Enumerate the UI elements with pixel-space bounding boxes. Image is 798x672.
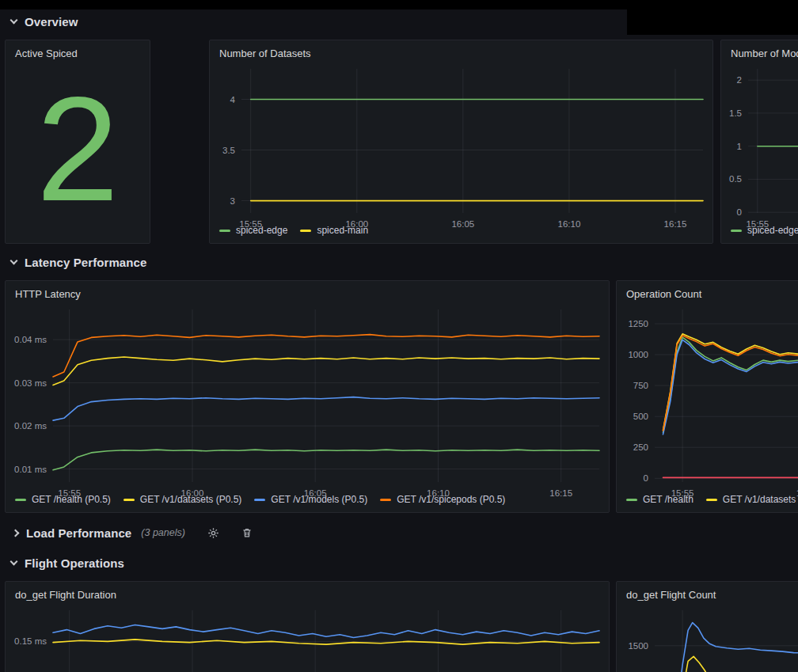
number-of-datasets-chart[interactable]: 33.5415:5516:0016:0516:1016:15 xyxy=(210,63,712,222)
section-load-header[interactable]: Load Performance (3 panels) xyxy=(13,522,253,544)
gear-icon[interactable] xyxy=(207,527,219,539)
section-title: Overview xyxy=(25,15,78,28)
panel-title[interactable]: Active Spiced xyxy=(6,40,150,63)
svg-text:15:55: 15:55 xyxy=(746,219,769,229)
chevron-right-icon xyxy=(12,529,20,537)
panels-count-note: (3 panels) xyxy=(141,527,185,538)
panel-number-of-datasets: Number of Datasets 33.5415:5516:0016:051… xyxy=(209,40,713,244)
svg-text:1500: 1500 xyxy=(628,641,648,651)
section-latency-header[interactable]: Latency Performance xyxy=(11,251,146,273)
panel-title[interactable]: Operation Count xyxy=(617,281,798,303)
panel-number-of-models: Number of Models 00.511.5215:5516:0016:0… xyxy=(720,40,798,244)
svg-text:0: 0 xyxy=(644,473,648,483)
section-title: Latency Performance xyxy=(25,256,146,269)
chevron-down-icon xyxy=(10,16,18,24)
series-line xyxy=(663,334,798,431)
number-of-models-chart[interactable]: 00.511.5215:5516:0016:0516:1016:15 xyxy=(721,63,798,222)
svg-text:0.02 ms: 0.02 ms xyxy=(14,421,47,431)
panel-title[interactable]: do_get Flight Duration xyxy=(6,582,609,604)
chevron-down-icon xyxy=(10,557,18,565)
series-line xyxy=(53,640,599,644)
section-title: Load Performance xyxy=(26,526,131,540)
series-line xyxy=(660,656,798,672)
do-get-flight-count-chart[interactable]: 05001000150015:5516:0016:0516:1016:15 xyxy=(617,604,798,672)
svg-text:16:15: 16:15 xyxy=(549,488,572,498)
svg-text:0.01 ms: 0.01 ms xyxy=(14,465,47,474)
svg-text:1.5: 1.5 xyxy=(729,108,742,118)
svg-text:1250: 1250 xyxy=(628,319,648,328)
panel-active-spiced: Active Spiced 2 xyxy=(5,40,150,244)
svg-text:16:05: 16:05 xyxy=(304,488,327,498)
svg-text:3.5: 3.5 xyxy=(222,146,235,155)
top-right-black-bar xyxy=(627,9,798,35)
panel-operation-count: Operation Count 02505007501000125015:551… xyxy=(616,280,798,513)
grafana-dashboard: Overview Active Spiced 2 Number of Datas… xyxy=(0,0,798,672)
svg-text:16:00: 16:00 xyxy=(345,219,368,229)
svg-text:16:15: 16:15 xyxy=(664,219,687,229)
svg-text:0: 0 xyxy=(737,207,742,217)
panel-title[interactable]: do_get Flight Count xyxy=(617,582,798,604)
svg-text:750: 750 xyxy=(633,381,648,390)
chevron-down-icon xyxy=(10,256,18,264)
trash-icon[interactable] xyxy=(241,527,253,538)
svg-text:15:55: 15:55 xyxy=(239,219,262,229)
svg-text:0.04 ms: 0.04 ms xyxy=(14,335,47,344)
svg-text:250: 250 xyxy=(633,442,648,452)
panel-title[interactable]: Number of Datasets xyxy=(210,40,712,63)
section-flight-header[interactable]: Flight Operations xyxy=(11,552,124,574)
do-get-flight-duration-chart[interactable]: 0.05 ms0.1 ms0.15 ms15:5516:0016:0516:10… xyxy=(6,604,609,672)
panel-http-latency: HTTP Latency 0.01 ms0.02 ms0.03 ms0.04 m… xyxy=(5,280,610,513)
series-line xyxy=(53,397,599,420)
svg-text:15:55: 15:55 xyxy=(671,488,694,498)
top-black-bar xyxy=(0,0,798,9)
svg-text:0.15 ms: 0.15 ms xyxy=(14,636,47,646)
svg-text:16:10: 16:10 xyxy=(427,488,450,498)
http-latency-chart[interactable]: 0.01 ms0.02 ms0.03 ms0.04 ms15:5516:0016… xyxy=(6,303,609,492)
svg-text:15:55: 15:55 xyxy=(58,488,81,498)
series-line xyxy=(53,450,599,470)
panel-do-get-flight-count: do_get Flight Count 05001000150015:5516:… xyxy=(616,581,798,672)
operation-count-chart[interactable]: 02505007501000125015:5516:0016:0516:1016… xyxy=(617,303,798,492)
svg-text:0.5: 0.5 xyxy=(729,174,742,184)
series-line xyxy=(660,623,798,672)
section-title: Flight Operations xyxy=(25,556,124,570)
svg-text:2: 2 xyxy=(737,75,742,85)
series-line xyxy=(53,357,599,385)
panel-title[interactable]: HTTP Latency xyxy=(6,281,609,303)
panel-title[interactable]: Number of Models xyxy=(721,40,798,63)
svg-text:16:10: 16:10 xyxy=(558,219,581,229)
svg-text:3: 3 xyxy=(230,196,235,206)
svg-text:500: 500 xyxy=(633,412,648,421)
svg-text:0.03 ms: 0.03 ms xyxy=(14,378,47,388)
panel-do-get-flight-duration: do_get Flight Duration 0.05 ms0.1 ms0.15… xyxy=(5,581,610,672)
svg-text:1: 1 xyxy=(737,142,742,151)
stat-value: 2 xyxy=(6,63,150,243)
series-line xyxy=(53,625,599,638)
section-overview-header[interactable]: Overview xyxy=(11,10,78,32)
series-line xyxy=(53,335,599,377)
svg-text:1000: 1000 xyxy=(628,350,648,359)
svg-text:16:00: 16:00 xyxy=(181,488,204,498)
svg-text:4: 4 xyxy=(230,95,236,104)
svg-text:16:05: 16:05 xyxy=(451,219,474,229)
